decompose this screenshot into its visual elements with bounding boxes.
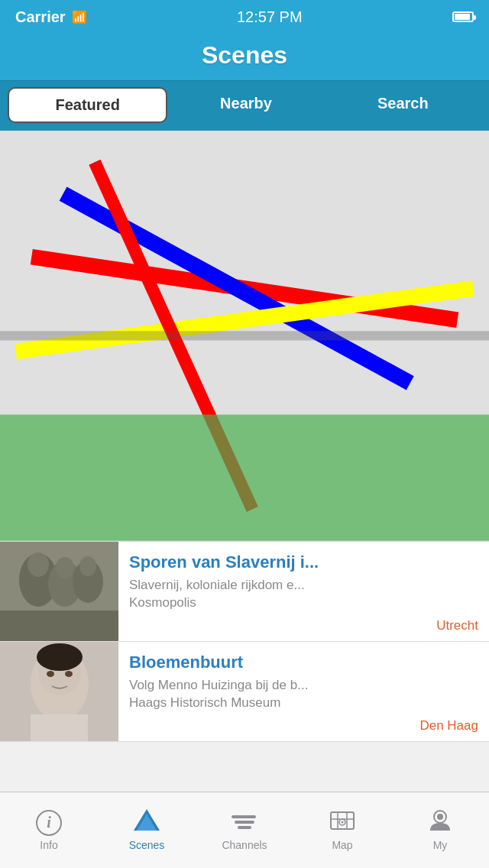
top-tab-bar: Featured Nearby Search [0,80,489,131]
svg-point-18 [47,671,54,677]
battery-icon [452,11,474,22]
scene-info-3: Bloemenbuurt Volg Menno Huizinga bij de … [118,642,489,741]
bottom-nav-channels[interactable]: Channels [196,792,293,868]
svg-rect-43 [331,812,354,829]
scene-location-3: Den Haag [129,718,478,734]
scenes-icon [134,809,160,836]
bottom-nav-info[interactable]: i Info [0,792,98,868]
map-icon [329,809,355,836]
list-item[interactable]: Sporen van Slavernij i... Slavernij, kol… [0,542,489,642]
scene-title-2: Sporen van Slavernij i... [129,552,478,572]
scene-location-2: Utrecht [129,618,478,633]
nav-label-scenes: Scenes [129,839,165,851]
scene-title-3: Bloemenbuurt [129,653,478,672]
wifi-icon: 📶 [72,10,87,24]
scene-description-2: Slavernij, koloniale rijkdom e... [129,577,478,594]
tab-featured[interactable]: Featured [8,87,167,123]
status-bar-time: 12:57 PM [237,8,303,26]
svg-point-20 [37,643,83,671]
svg-point-12 [56,557,74,578]
svg-point-50 [437,814,443,820]
svg-rect-42 [238,826,251,829]
scene-author-2: Kosmopolis [129,595,478,611]
svg-point-11 [28,552,49,577]
app-title: Scenes [0,41,489,70]
nav-label-channels: Channels [222,839,267,851]
tab-nearby[interactable]: Nearby [167,87,324,123]
svg-point-19 [65,671,73,677]
nav-label-map: Map [332,839,352,851]
svg-rect-5 [0,415,489,541]
svg-point-13 [79,556,96,576]
scene-thumbnail-3 [0,642,118,741]
svg-rect-41 [235,821,254,824]
bottom-nav-my[interactable]: My [391,792,489,868]
scene-list: 'Geen buizen, maar h... Een verslag van … [0,131,489,868]
carrier-label: Carrier [15,8,66,26]
bottom-nav-scenes[interactable]: Scenes [98,792,196,868]
status-bar-right [452,11,474,22]
my-icon [427,809,453,836]
app-header: Scenes [0,34,489,80]
scene-description-3: Volg Menno Huizinga bij de b... [129,677,478,694]
nav-label-my: My [433,839,448,851]
battery-fill [455,14,470,20]
list-item[interactable]: Bloemenbuurt Volg Menno Huizinga bij de … [0,642,489,742]
nav-label-info: Info [40,839,57,851]
bottom-nav-bar: i Info Scenes Channels [0,792,489,868]
list-item[interactable]: 'Geen buizen, maar h... Een verslag van … [0,131,489,542]
channels-icon [232,809,257,836]
bottom-nav-map[interactable]: Map [293,792,391,868]
scene-thumbnail-1 [0,131,489,541]
scene-author-3: Haags Historisch Museum [129,695,478,711]
scene-info-2: Sporen van Slavernij i... Slavernij, kol… [118,542,489,641]
svg-rect-40 [232,815,256,818]
status-bar-left: Carrier 📶 [15,8,87,26]
svg-point-48 [342,821,344,824]
scene-thumbnail-2 [0,542,118,641]
tab-search[interactable]: Search [325,87,481,123]
svg-rect-14 [0,611,118,641]
info-icon: i [36,810,62,836]
svg-rect-21 [31,714,88,741]
status-bar: Carrier 📶 12:57 PM [0,0,489,34]
